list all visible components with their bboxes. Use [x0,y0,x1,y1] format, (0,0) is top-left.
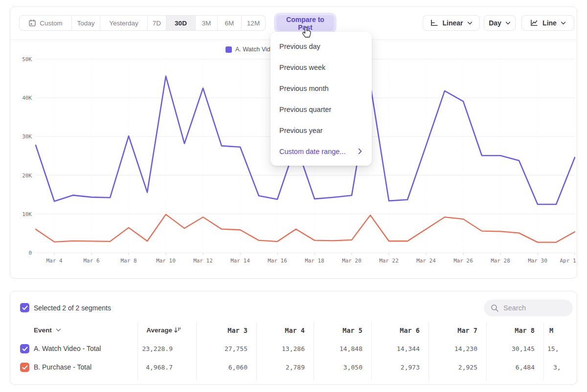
menu-item-previous-month[interactable]: Previous month [271,78,372,99]
x-axis-label: Mar 22 [379,258,399,264]
compare-to-past-dropdown: Previous dayPrevious weekPrevious monthP… [271,32,372,166]
x-axis-label: Mar 28 [491,258,510,264]
segment-row-label: A. Watch Video - Total [34,345,101,352]
average-value: 23,228.9 [142,345,173,352]
event-column-header[interactable]: Event [34,327,61,334]
table-cell-value: 30,145 [512,345,535,352]
x-axis-label: Mar 16 [268,258,287,264]
y-axis-label: 0 [28,250,32,256]
date-column-header[interactable]: Mar 6 [400,327,420,334]
check-icon [22,347,28,351]
table-cell-value: 14,230 [454,345,477,352]
table-cell-value: 2,789 [286,364,305,371]
column-divider [429,323,429,380]
x-axis-label: Mar 26 [453,258,473,264]
column-divider [314,323,314,380]
x-axis-label: Mar 4 [46,258,62,264]
date-column-header[interactable]: Mar 4 [285,327,305,334]
search-icon [491,304,499,312]
check-icon [22,365,28,370]
x-axis-label: Mar 6 [83,258,99,264]
date-column-header[interactable]: Mar 7 [457,327,477,334]
y-axis-label: 20K [22,173,32,179]
y-axis-label: 50K [22,56,32,63]
x-axis-label: Mar 30 [528,258,547,264]
y-axis-label: 30K [22,133,32,140]
clipped-table-cell-value: 15, [547,345,559,352]
table-cell-value: 2,925 [458,364,477,371]
menu-item-previous-week[interactable]: Previous week [271,57,372,78]
chevron-right-icon [358,148,362,154]
menu-item-previous-quarter[interactable]: Previous quarter [271,99,372,120]
table-cell-value: 3,050 [343,364,362,371]
table-cell-value: 6,060 [228,364,248,371]
menu-item-previous-day[interactable]: Previous day [271,36,372,57]
search-input[interactable]: Search [484,300,573,316]
segment-checkbox-a[interactable] [20,344,29,353]
clipped-table-cell-value: 3, [553,364,561,371]
check-icon [22,305,28,310]
x-axis-label: Mar 24 [416,258,436,264]
menu-item-previous-year[interactable]: Previous year [271,120,372,141]
x-axis-label: Mar 20 [342,258,361,264]
x-axis-label: Mar 10 [156,258,176,264]
date-column-header[interactable]: Mar 5 [342,327,362,334]
y-axis-label: 10K [22,211,32,218]
clipped-date-column-header: M [549,327,553,334]
y-axis-label: 40K [22,95,32,101]
column-divider [486,323,487,380]
segment-row-label: B. Purchase - Total [34,363,91,371]
average-column-header[interactable]: Average [146,327,181,334]
average-value: 4,968.7 [146,364,173,371]
x-axis-label: Apr 1 [560,258,576,264]
segments-panel: Selected 2 of 2 segments Search Event Av… [10,291,577,385]
column-divider [256,323,257,380]
sort-descending-icon [174,327,181,333]
select-all-checkbox[interactable] [20,303,29,312]
column-divider [196,323,197,380]
series-b-line [36,215,575,242]
selected-segments-label: Selected 2 of 2 segments [34,304,111,312]
table-cell-value: 27,755 [225,345,248,352]
date-column-header[interactable]: Mar 3 [227,327,248,334]
column-divider [543,323,544,380]
table-cell-value: 14,344 [397,345,420,352]
x-axis-label: Mar 12 [193,258,213,264]
table-cell-value: 2,973 [401,364,420,371]
segment-checkbox-b[interactable] [20,363,29,372]
x-axis-label: Mar 14 [230,258,250,264]
table-cell-value: 13,286 [282,345,305,352]
column-divider [371,323,372,380]
column-divider [137,323,138,380]
search-placeholder: Search [503,304,526,312]
date-column-header[interactable]: Mar 8 [515,327,535,334]
table-cell-value: 14,848 [339,345,362,352]
x-axis-label: Mar 8 [120,258,136,264]
x-axis-label: Mar 18 [305,258,324,264]
chevron-down-icon [56,328,61,332]
menu-item-custom-date-range[interactable]: Custom date range... [271,141,372,162]
table-cell-value: 6,484 [516,364,535,371]
